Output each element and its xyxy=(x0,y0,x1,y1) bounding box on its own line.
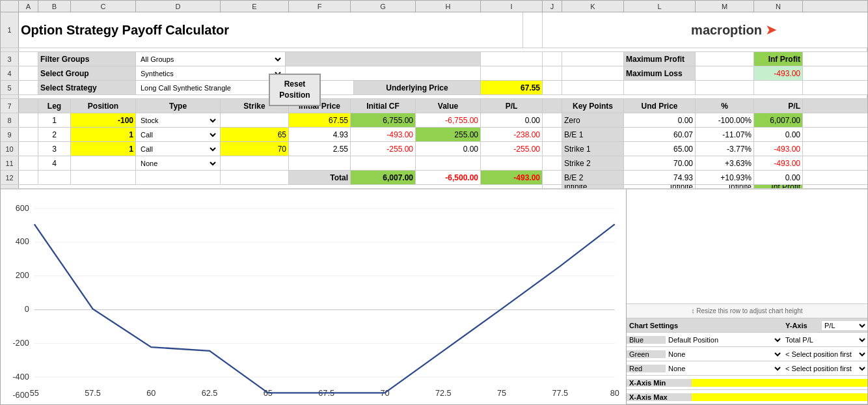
col-m: M xyxy=(696,1,754,12)
filter-groups-dropdown[interactable]: All Groups xyxy=(138,55,283,64)
row-3: 3 Filter Groups All Groups Maximum Profi… xyxy=(1,52,867,66)
row-4: 4 Select Group Synthetics Maximum Loss -… xyxy=(1,66,867,81)
col-headers: A B C D E F G H I J K L M N xyxy=(1,1,867,12)
leg2-position[interactable]: 1 xyxy=(71,128,136,141)
logo-text: macroption xyxy=(691,23,762,38)
total-initial-cf: 6,007.00 xyxy=(351,171,416,184)
rownum-7: 7 xyxy=(1,99,19,113)
red-select[interactable]: None xyxy=(666,364,783,373)
chart-red-row: Red None < Select position first xyxy=(627,361,867,376)
max-loss-label: Maximum Loss xyxy=(624,66,696,80)
underlying-value[interactable]: 67.55 xyxy=(481,81,543,94)
svg-text:77.5: 77.5 xyxy=(552,389,568,398)
total-pl: -493.00 xyxy=(481,171,543,184)
leg3-type[interactable]: Call xyxy=(136,142,221,156)
leg2-initial-price: 4.93 xyxy=(289,128,351,141)
leg2-type[interactable]: Call xyxy=(136,128,221,141)
logo-cell: macroption ➤ xyxy=(543,12,783,48)
kp-zero-label: Zero xyxy=(562,113,624,127)
kp-strike1-und: 65.00 xyxy=(624,142,696,156)
underlying-value-cell xyxy=(481,52,543,66)
col-l: L xyxy=(624,1,696,12)
kp-be1-pl: 0.00 xyxy=(754,128,803,141)
max-loss-value: -493.00 xyxy=(754,66,803,80)
svg-text:0: 0 xyxy=(25,305,29,314)
rownum-4: 4 xyxy=(1,66,19,80)
leg3-value: 0.00 xyxy=(416,142,481,156)
row-5: 5 Select Strategy Long Call Synthetic St… xyxy=(1,81,867,95)
header-key-points: Key Points xyxy=(562,99,624,113)
total-value: -6,500.00 xyxy=(416,171,481,184)
leg3-position[interactable]: 1 xyxy=(71,142,136,156)
leg4-type[interactable]: None xyxy=(136,156,221,170)
col-c: C xyxy=(71,1,136,12)
select-strategy-label: Select Strategy xyxy=(38,81,136,94)
select-strategy-select[interactable]: Long Call Synthetic Strangle xyxy=(136,81,286,94)
kp-strike2-und: 70.00 xyxy=(624,156,696,170)
cell-a3 xyxy=(19,52,38,66)
y-axis-select[interactable]: P/L xyxy=(822,321,867,330)
col-n: N xyxy=(754,1,803,12)
payoff-line xyxy=(34,224,615,393)
spreadsheet: A B C D E F G H I J K L M N 1 Option Str… xyxy=(0,0,868,405)
leg3-initial-cf: -255.00 xyxy=(351,142,416,156)
rownum-8: 8 xyxy=(1,113,19,127)
svg-text:-400: -400 xyxy=(12,372,29,382)
leg1-position[interactable]: -100 xyxy=(71,113,136,127)
row-9: 9 2 1 Call 65 4.93 -493.00 255.00 -238.0… xyxy=(1,128,867,142)
red-position-select[interactable]: < Select position first xyxy=(783,364,867,373)
leg2-pl: -238.00 xyxy=(481,128,543,141)
total-label: Total xyxy=(289,171,351,184)
green-position-select[interactable]: < Select position first xyxy=(783,350,867,359)
leg3-initial-price: 2.55 xyxy=(289,142,351,156)
leg1-strike xyxy=(221,113,289,127)
kp-zero-und: 0.00 xyxy=(624,113,696,127)
y-axis-label: Y-Axis xyxy=(783,322,822,329)
chart-blue-row: Blue Default Position Total P/L xyxy=(627,333,867,347)
kp-be2-und: 74.93 xyxy=(624,171,696,184)
kp-zero-pl: 6,007.00 xyxy=(754,113,803,127)
select-group-label: Select Group xyxy=(38,66,136,80)
x-axis-max-row: X-Axis Max xyxy=(627,390,867,404)
blue-select[interactable]: Default Position xyxy=(666,335,783,344)
col-e: E xyxy=(221,1,289,12)
reset-position-button[interactable]: ResetPosition xyxy=(269,74,321,106)
col-b: B xyxy=(38,1,71,12)
col-d: D xyxy=(136,1,221,12)
header-initial-cf: Initial CF xyxy=(351,99,416,113)
svg-text:-200: -200 xyxy=(12,339,29,348)
header-leg: Leg xyxy=(38,99,71,113)
rownum-1: 1 xyxy=(1,12,19,48)
max-profit-value: Inf Profit xyxy=(754,52,803,66)
blue-label: Blue xyxy=(627,336,666,344)
blue-total-pl-select[interactable]: Total P/L xyxy=(783,335,867,344)
leg1-num: 1 xyxy=(38,113,71,127)
leg1-initial-price: 67.55 xyxy=(289,113,351,127)
svg-text:600: 600 xyxy=(16,204,29,213)
cell-j1 xyxy=(523,12,543,48)
col-g: G xyxy=(351,1,416,12)
row-11: 11 4 None Strike 2 70.00 +3.63% -493.00 xyxy=(1,156,867,171)
filter-groups-label: Filter Groups xyxy=(38,52,136,66)
header-position: Position xyxy=(71,99,136,113)
header-kp-pl: P/L xyxy=(754,99,803,113)
rownum-3: 3 xyxy=(1,52,19,66)
green-select[interactable]: None xyxy=(666,350,783,359)
filter-groups-select[interactable]: All Groups xyxy=(136,52,286,66)
row-12: 12 Total 6,007.00 -6,500.00 -493.00 B/E … xyxy=(1,171,867,185)
select-group-select[interactable]: Synthetics xyxy=(136,66,286,80)
x-axis-max-value[interactable] xyxy=(692,393,867,401)
resize-row[interactable]: ↕ Resize this row to adjust chart height xyxy=(627,304,867,318)
x-axis-min-value[interactable] xyxy=(692,379,867,387)
kp-strike2-pl: -493.00 xyxy=(754,156,803,170)
underlying-label: Underlying Price xyxy=(354,81,481,94)
select-group-dropdown[interactable]: Synthetics xyxy=(138,69,283,78)
kp-strike1-label: Strike 1 xyxy=(562,142,624,156)
row-1: 1 Option Strategy Payoff Calculator macr… xyxy=(1,12,867,48)
rownum-5: 5 xyxy=(1,81,19,94)
rownum-9: 9 xyxy=(1,128,19,141)
select-strategy-dropdown[interactable]: Long Call Synthetic Strangle xyxy=(138,83,283,92)
kp-infinite-pct: Infinite xyxy=(696,185,754,188)
leg1-type[interactable]: Stock xyxy=(136,113,221,127)
chart-green-row: Green None < Select position first xyxy=(627,347,867,361)
